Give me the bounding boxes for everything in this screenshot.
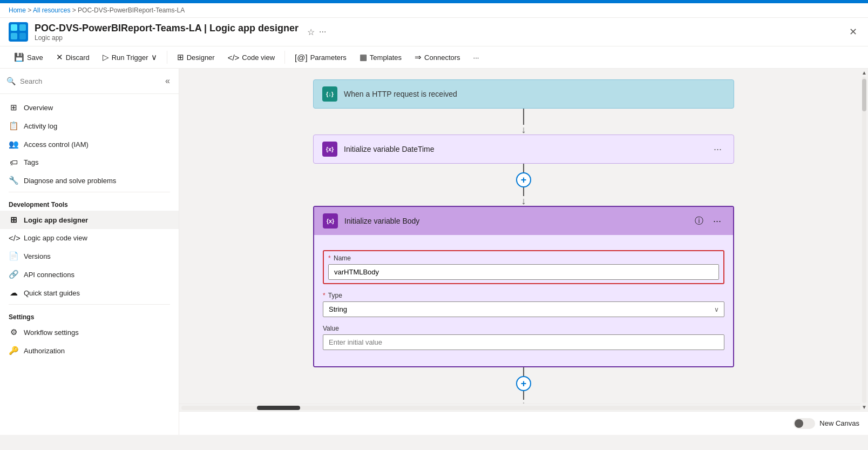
parameters-button[interactable]: [@] Parameters [289,50,352,65]
h-scrollbar-track [181,406,866,410]
run-trigger-button[interactable]: ▷ Run Trigger ∨ [97,50,162,65]
init-body-info-icon[interactable]: ⓘ [695,216,703,227]
connectors-label: Connectors [424,53,460,62]
code-view-button[interactable]: </> Code view [222,50,280,65]
type-required-star: * [323,292,326,299]
breadcrumb-app-name: POC-DVS-PowerBIReport-Teams-LA [78,6,185,14]
title-actions: ☆ ··· [307,27,326,37]
logic-app-code-view-label: Logic app code view [24,234,87,242]
save-label: Save [27,53,43,62]
sidebar-item-overview[interactable]: ⊞ Overview [0,98,179,117]
init-body-card[interactable]: {x} Initialize variable Body ⓘ ··· * Nam… [313,206,734,367]
name-required-star: * [328,254,331,262]
logic-app-designer-icon: ⊞ [9,215,18,225]
discard-button[interactable]: ✕ Discard [51,50,95,65]
save-button[interactable]: 💾 Save [9,50,49,65]
canvas-scroll[interactable]: {↓} When a HTTP request is received ↓ {x… [179,69,868,404]
h-scrollbar-area[interactable] [179,404,868,411]
search-icon: 🔍 [6,77,16,85]
add-step-button-2[interactable]: + [516,376,531,391]
sidebar-item-workflow-settings[interactable]: ⚙ Workflow settings [0,323,179,341]
title-text-group: POC-DVS-PowerBIReport-Teams-LA | Logic a… [35,23,299,42]
overview-icon: ⊞ [9,103,18,112]
value-field-input[interactable] [323,334,724,350]
v-scrollbar-down-icon[interactable]: ▼ [862,404,867,410]
title-bar: POC-DVS-PowerBIReport-Teams-LA | Logic a… [0,18,868,46]
sidebar-item-versions[interactable]: 📄 Versions [0,247,179,265]
templates-label: Templates [370,53,402,62]
diagnose-icon: 🔧 [9,176,18,185]
sidebar-item-access-control[interactable]: 👥 Access control (IAM) [0,135,179,153]
diagnose-label: Diagnose and solve problems [24,177,116,185]
breadcrumb-all-resources[interactable]: All resources [33,6,70,14]
new-canvas-toggle-switch[interactable] [794,418,815,429]
nav-divider-1 [9,192,170,192]
name-field-group: * Name [323,250,724,284]
templates-button[interactable]: ▦ Templates [354,50,407,65]
breadcrumb-home[interactable]: Home [9,6,26,14]
http-trigger-title: When a HTTP request is received [344,90,725,98]
designer-button[interactable]: ⊞ Designer [172,50,220,65]
page-subtitle: Logic app [35,34,299,42]
save-icon: 💾 [14,52,24,62]
http-trigger-card[interactable]: {↓} When a HTTP request is received [313,79,734,109]
init-datetime-more-icon[interactable]: ··· [710,143,725,156]
init-body-more-icon[interactable]: ··· [710,214,724,228]
name-field-input[interactable] [328,264,719,280]
init-datetime-card[interactable]: {x} Initialize variable DateTime ··· [313,135,734,164]
access-control-label: Access control (IAM) [24,140,89,149]
sidebar-item-quick-start[interactable]: ☁ Quick start guides [0,284,179,302]
canvas-area: {↓} When a HTTP request is received ↓ {x… [179,69,868,435]
canvas-bottom-bar: New Canvas [179,411,868,435]
sidebar-item-api-connections[interactable]: 🔗 API connections [0,265,179,284]
init-body-form: * Name * Type [314,241,733,366]
access-control-icon: 👥 [9,139,18,149]
sidebar-item-logic-app-code-view[interactable]: </> Logic app code view [0,229,179,247]
star-icon[interactable]: ☆ [307,27,315,37]
sidebar-item-diagnose[interactable]: 🔧 Diagnose and solve problems [0,171,179,190]
toolbar-more-button[interactable]: ··· [468,51,485,64]
type-select[interactable]: String [323,301,724,317]
new-canvas-toggle-area: New Canvas [794,418,859,429]
quick-start-label: Quick start guides [24,289,80,297]
authorization-label: Authorization [24,347,65,355]
more-icon[interactable]: ··· [319,27,326,37]
init-body-title: Initialize variable Body [344,217,688,225]
init-body-header: {x} Initialize variable Body ⓘ ··· [314,207,733,235]
add-step-connector-1: + ↓ [516,164,531,206]
sidebar-collapse-button[interactable]: « [163,74,172,88]
sidebar-item-authorization[interactable]: 🔑 Authorization [0,341,179,360]
activity-log-label: Activity log [24,122,57,130]
code-view-nav-icon: </> [9,233,18,243]
toolbar: 💾 Save ✕ Discard ▷ Run Trigger ∨ ⊞ Desig… [0,46,868,69]
name-field-wrapper: * Name [323,250,724,284]
connector-1: ↓ [521,109,526,135]
parameters-label: Parameters [310,53,347,62]
workflow-container: {↓} When a HTTP request is received ↓ {x… [190,79,857,404]
search-input[interactable] [20,77,159,85]
api-connections-label: API connections [24,271,74,279]
quick-start-icon: ☁ [9,288,18,298]
workflow-settings-label: Workflow settings [24,328,79,337]
authorization-icon: 🔑 [9,346,18,355]
sidebar-item-logic-app-designer[interactable]: ⊞ Logic app designer [0,211,179,229]
discard-icon: ✕ [56,52,63,62]
connectors-icon: ⇒ [415,52,422,62]
type-field-label: * Type [323,292,724,299]
sidebar-item-activity-log[interactable]: 📋 Activity log [0,117,179,135]
svg-rect-2 [19,24,26,31]
versions-icon: 📄 [9,251,18,261]
v-scrollbar-track [862,77,866,403]
v-scrollbar-up-icon[interactable]: ▲ [862,70,867,76]
templates-icon: ▦ [360,52,367,62]
value-field-label: Value [323,325,724,332]
close-button[interactable]: ✕ [847,24,859,40]
name-field-label: * Name [328,254,719,262]
run-trigger-icon: ▷ [103,52,109,62]
add-step-button-1[interactable]: + [516,172,531,187]
sidebar-item-tags[interactable]: 🏷 Tags [0,153,179,171]
connectors-button[interactable]: ⇒ Connectors [409,50,465,65]
toggle-knob [795,419,803,428]
v-scrollbar-area[interactable]: ▲ ▼ [860,69,868,411]
designer-label: Designer [187,53,215,62]
